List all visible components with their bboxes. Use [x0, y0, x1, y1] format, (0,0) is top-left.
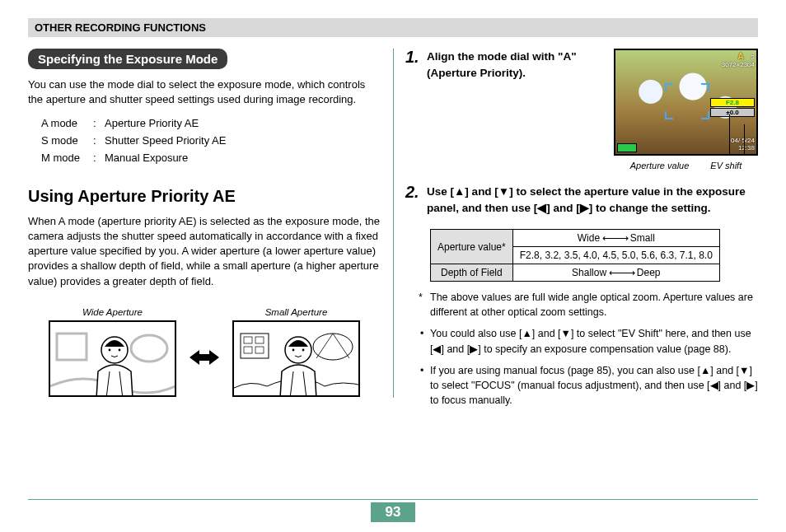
mode-list: A mode:Aperture Priority AE S mode:Shutt… — [41, 115, 381, 166]
figure-small-aperture: Small Aperture — [232, 307, 360, 397]
bullet-item: You could also use [▲] and [▼] to select… — [430, 326, 758, 356]
step-number: 2. — [405, 184, 422, 216]
step-2: 2. Use [▲] and [▼] to select the apertur… — [405, 184, 758, 216]
screen-datetime: 04/ 5/2412:38 — [731, 138, 755, 152]
svg-point-13 — [302, 348, 305, 351]
right-column: 1. Align the mode dial with "A" (Apertur… — [405, 49, 758, 414]
table-cell: Wide ⟵⟶ Small — [512, 230, 719, 247]
aperture-figures: Wide Aperture — [28, 307, 381, 397]
aperture-value-readout: F2.8 — [710, 98, 755, 107]
column-divider — [393, 49, 394, 398]
chapter-title: OTHER RECORDING FUNCTIONS — [28, 18, 758, 37]
figure-image — [49, 320, 176, 397]
subsection-body: When A mode (aperture priority AE) is se… — [28, 214, 381, 289]
double-arrow-icon — [188, 336, 221, 367]
screen-top-right: A 3 3072×2304 — [722, 52, 755, 69]
svg-point-10 — [313, 334, 353, 360]
svg-point-12 — [292, 348, 295, 351]
ev-shift-readout: ±0.0 — [710, 108, 755, 117]
intro-paragraph: You can use the mode dial to select the … — [28, 77, 381, 107]
page-number: 93 — [371, 502, 416, 522]
content-columns: Specifying the Exposure Mode You can use… — [28, 49, 758, 414]
figure-image — [232, 320, 360, 397]
svg-rect-8 — [244, 347, 252, 353]
svg-point-3 — [109, 348, 111, 351]
svg-rect-0 — [57, 334, 87, 360]
svg-rect-9 — [255, 347, 264, 353]
camera-screen-figure: A 3 3072×2304 F2.8 ±0.0 04/ 5/2412:38 — [614, 49, 758, 170]
footnote: The above values are full wide angle opt… — [430, 290, 758, 320]
step-text: Align the mode dial with "A" (Aperture P… — [427, 49, 583, 81]
svg-point-4 — [119, 348, 121, 351]
subsection-heading: Using Aperture Priority AE — [28, 187, 381, 206]
exposure-panel: F2.8 ±0.0 — [710, 98, 755, 118]
footer-rule — [28, 499, 758, 500]
svg-point-1 — [131, 335, 167, 362]
page-footer: 93 — [0, 499, 786, 522]
left-column: Specifying the Exposure Mode You can use… — [28, 49, 381, 414]
step-1: 1. Align the mode dial with "A" (Apertur… — [405, 49, 758, 170]
caption-aperture-value: Aperture value — [630, 161, 690, 170]
svg-rect-7 — [255, 337, 264, 343]
svg-rect-6 — [244, 337, 252, 343]
aperture-table: Aperture value* Wide ⟵⟶ Small F2.8, 3.2,… — [430, 229, 720, 282]
table-header: Depth of Field — [431, 264, 513, 282]
bullet-item: If you are using manual focus (page 85),… — [430, 363, 758, 408]
table-cell: F2.8, 3.2, 3.5, 4.0, 4.5, 5.0, 5.6, 6.3,… — [512, 247, 719, 264]
battery-icon — [617, 143, 637, 152]
table-cell: Shallow ⟵⟶ Deep — [512, 264, 719, 282]
svg-rect-5 — [241, 334, 269, 358]
figure-wide-aperture: Wide Aperture — [49, 307, 176, 397]
figure-caption: Wide Aperture — [49, 307, 176, 317]
caption-ev-shift: EV shift — [710, 161, 742, 170]
table-header: Aperture value* — [431, 230, 513, 264]
step-number: 1. — [405, 49, 422, 65]
section-heading: Specifying the Exposure Mode — [28, 49, 227, 69]
manual-page: OTHER RECORDING FUNCTIONS Specifying the… — [0, 0, 786, 532]
screen-captions: Aperture value EV shift — [614, 161, 758, 170]
figure-caption: Small Aperture — [232, 307, 360, 317]
step-text: Use [▲] and [▼] to select the aperture v… — [427, 184, 758, 216]
camera-screen: A 3 3072×2304 F2.8 ±0.0 04/ 5/2412:38 — [614, 49, 758, 156]
